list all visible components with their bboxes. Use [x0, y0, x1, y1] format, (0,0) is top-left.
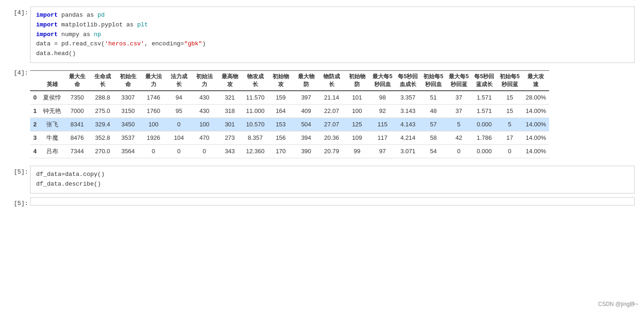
cell-cell-5-code: [5]:df_data=data.copy()df_data.describe(…: [9, 164, 635, 195]
table-cell: 101: [344, 91, 370, 105]
table-cell: 390: [293, 144, 319, 158]
cell-cell-5-output: [5]:: [9, 195, 635, 207]
table-cell: 430: [192, 91, 217, 105]
table-cell: 270.0: [90, 144, 115, 158]
cell-cell-4-code: [4]:import pandas as pdimport matplotlib…: [9, 5, 635, 65]
cell-cell-4-output: [4]:英雄最大生命生命成长初始生命最大法力法力成长初始法力最高物攻物攻成长初始…: [9, 65, 635, 164]
table-cell: 0: [141, 144, 166, 158]
table-cell: 7344: [64, 144, 90, 158]
table-cell: 1760: [141, 104, 166, 118]
table-cell: 11.570: [242, 91, 268, 105]
table-cell: 288.8: [90, 91, 115, 105]
table-cell: 1746: [141, 91, 166, 105]
table-cell: 0: [166, 118, 192, 131]
code-line: data = pd.read_csv('heros.csv', encoding…: [36, 39, 629, 49]
table-cell: 397: [293, 91, 319, 105]
cell-label: [4]:: [9, 65, 30, 76]
table-cell: 3537: [115, 131, 141, 144]
table-cell: 352.8: [90, 131, 115, 144]
table-cell: 钟无艳: [40, 104, 64, 118]
table-cell: 1926: [141, 131, 166, 144]
row-index: 0: [30, 91, 40, 105]
code-line: df_data.describe(): [36, 180, 629, 189]
table-cell: 12.360: [242, 144, 268, 158]
table-cell: 58: [421, 131, 446, 144]
table-cell: 504: [293, 118, 319, 131]
table-cell: 8.357: [242, 131, 268, 144]
table-cell: 54: [421, 144, 446, 158]
table-cell: 20.79: [319, 144, 344, 158]
table-cell: 98: [370, 91, 395, 105]
table-cell: 7000: [64, 104, 90, 118]
row-index: 2: [30, 118, 40, 131]
table-cell: 0.000: [471, 144, 497, 158]
table-header: 生命成长: [90, 70, 115, 91]
cell-label: [5]:: [9, 195, 30, 207]
table-cell: 100: [141, 118, 166, 131]
table-cell: 343: [217, 144, 242, 158]
table-row: 2张飞8341329.43450100010030110.57015350427…: [30, 118, 549, 131]
table-cell: 4.143: [395, 118, 421, 131]
table-cell: 109: [344, 131, 370, 144]
table-header: 物攻成长: [242, 70, 268, 91]
table-cell: 20.36: [319, 131, 344, 144]
table-header: 初始物防: [344, 70, 370, 91]
table-cell: 301: [217, 118, 242, 131]
cell-label: [5]:: [9, 164, 30, 175]
table-cell: 牛魔: [40, 131, 64, 144]
table-cell: 5: [446, 118, 471, 131]
table-header: 初始物攻: [268, 70, 293, 91]
table-cell: 100: [344, 104, 370, 118]
table-cell: 104: [166, 131, 192, 144]
table-cell: 3307: [115, 91, 141, 105]
table-cell: 394: [293, 131, 319, 144]
table-cell: 14.00%: [522, 144, 549, 158]
table-cell: 95: [166, 104, 192, 118]
code-line: data.head(): [36, 49, 629, 59]
table-header: 物防成长: [319, 70, 344, 91]
table-header: 最大每5秒回蓝: [446, 70, 471, 91]
table-cell: 1.571: [471, 104, 497, 118]
table-cell: 17: [497, 131, 522, 144]
table-cell: 0: [166, 144, 192, 158]
cell-label: [4]:: [9, 5, 30, 16]
row-index: 4: [30, 144, 40, 158]
table-header: 最大每5秒回血: [370, 70, 395, 91]
table-header: 最大法力: [141, 70, 166, 91]
table-cell: 170: [268, 144, 293, 158]
table-cell: 11.000: [242, 104, 268, 118]
table-cell: 273: [217, 131, 242, 144]
table-cell: 8476: [64, 131, 90, 144]
table-header: 每5秒回血成长: [395, 70, 421, 91]
table-cell: 3.143: [395, 104, 421, 118]
table-cell: 0: [446, 144, 471, 158]
table-cell: 51: [421, 91, 446, 105]
table-cell: 430: [192, 104, 217, 118]
table-header: 初始生命: [115, 70, 141, 91]
table-cell: 14.00%: [522, 131, 549, 144]
table-wrapper: 英雄最大生命生命成长初始生命最大法力法力成长初始法力最高物攻物攻成长初始物攻最大…: [30, 67, 635, 162]
table-cell: 7350: [64, 91, 90, 105]
table-cell: 100: [192, 118, 217, 131]
table-cell: 15: [497, 91, 522, 105]
table-cell: 0: [192, 144, 217, 158]
table-cell: 94: [166, 91, 192, 105]
table-cell: 3.357: [395, 91, 421, 105]
table-cell: 48: [421, 104, 446, 118]
table-cell: 275.0: [90, 104, 115, 118]
table-cell: 153: [268, 118, 293, 131]
table-cell: 8341: [64, 118, 90, 131]
table-cell: 115: [370, 118, 395, 131]
table-header: 最大生命: [64, 70, 90, 91]
table-row: 0夏侯悖7350288.8330717469443032111.57015939…: [30, 91, 549, 105]
table-cell: 0.000: [471, 118, 497, 131]
table-cell: 125: [344, 118, 370, 131]
row-index: 3: [30, 131, 40, 144]
table-cell: 37: [446, 91, 471, 105]
table-cell: 3.071: [395, 144, 421, 158]
row-index: 1: [30, 104, 40, 118]
table-header: 每5秒回蓝成长: [471, 70, 497, 91]
table-cell: 0: [497, 144, 522, 158]
data-table: 英雄最大生命生命成长初始生命最大法力法力成长初始法力最高物攻物攻成长初始物攻最大…: [30, 70, 549, 158]
table-header: 初始法力: [192, 70, 217, 91]
